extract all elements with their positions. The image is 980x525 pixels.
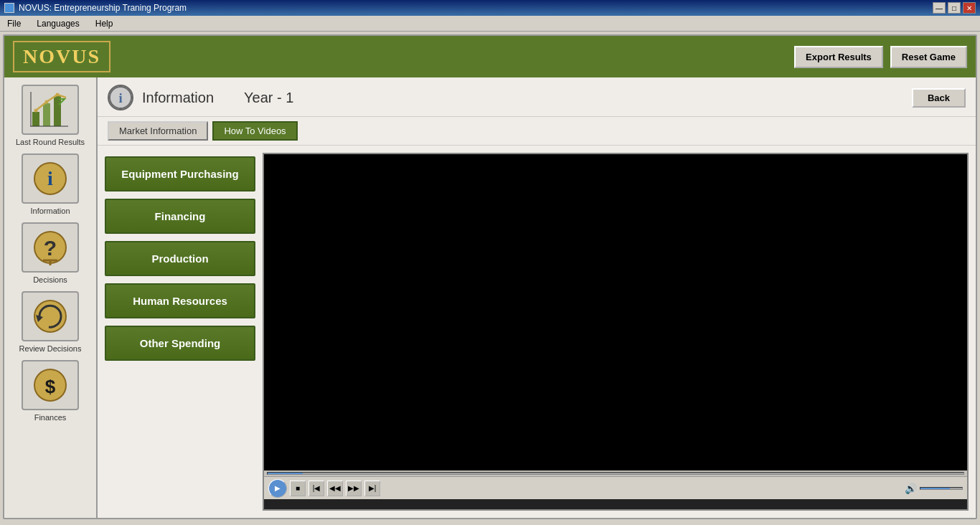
svg-rect-2 bbox=[54, 96, 61, 126]
fast-forward-button[interactable]: ▶▶ bbox=[346, 481, 362, 496]
sidebar-item-last-round[interactable]: Last Round Results bbox=[8, 85, 93, 146]
progress-fill bbox=[268, 473, 303, 474]
sidebar-label-last-round: Last Round Results bbox=[16, 138, 85, 146]
svg-text:i: i bbox=[47, 167, 53, 189]
tab-market-information[interactable]: Market Information bbox=[108, 121, 208, 141]
svg-point-5 bbox=[56, 93, 60, 96]
year-label: Year - 1 bbox=[244, 90, 293, 106]
info-header-icon: i bbox=[108, 85, 133, 110]
svg-rect-1 bbox=[43, 103, 50, 126]
sidebar-label-review-decisions: Review Decisions bbox=[19, 344, 82, 353]
svg-point-3 bbox=[34, 108, 38, 112]
decisions-icon: ? bbox=[22, 222, 79, 273]
novus-logo: NOVUS bbox=[13, 41, 110, 72]
volume-slider[interactable] bbox=[920, 487, 963, 490]
last-round-icon bbox=[22, 85, 79, 135]
title-bar: NOVUS: Entrepreneurship Traning Program … bbox=[0, 0, 980, 16]
info-circle-icon: i bbox=[109, 85, 132, 110]
sidebar-label-decisions: Decisions bbox=[33, 275, 67, 284]
finances-icon: $ bbox=[22, 360, 79, 410]
back-button[interactable]: Back bbox=[912, 88, 966, 108]
financing-button[interactable]: Financing bbox=[105, 199, 255, 234]
export-results-button[interactable]: Export Results bbox=[794, 46, 883, 68]
volume-fill bbox=[920, 488, 950, 489]
main-panel: i Information Year - 1 Back Market Infor… bbox=[98, 77, 976, 518]
title-bar-left: NOVUS: Entrepreneurship Traning Program bbox=[4, 3, 187, 13]
rewind-button[interactable]: ◀◀ bbox=[327, 481, 343, 496]
other-spending-button[interactable]: Other Spending bbox=[105, 326, 255, 361]
skip-to-start-button[interactable]: |◀ bbox=[308, 481, 324, 496]
sidebar-item-information[interactable]: i Information bbox=[8, 153, 93, 215]
menu-help[interactable]: Help bbox=[91, 17, 118, 30]
equipment-purchasing-button[interactable]: Equipment Purchasing bbox=[105, 156, 255, 191]
info-title-text: Information bbox=[142, 90, 214, 106]
volume-icon: 🔊 bbox=[905, 483, 917, 494]
stop-button[interactable]: ■ bbox=[290, 481, 306, 496]
svg-point-4 bbox=[45, 100, 49, 103]
information-svg: i bbox=[29, 159, 72, 199]
app-window: NOVUS Export Results Reset Game bbox=[3, 34, 977, 519]
information-icon: i bbox=[22, 153, 79, 204]
app-icon bbox=[4, 3, 14, 13]
sidebar-item-decisions[interactable]: ? Decisions bbox=[8, 222, 93, 284]
last-round-svg bbox=[29, 90, 72, 130]
sidebar-label-finances: Finances bbox=[34, 413, 67, 422]
video-bottom-bar bbox=[264, 499, 967, 509]
skip-to-end-button[interactable]: ▶| bbox=[364, 481, 380, 496]
review-decisions-icon bbox=[22, 291, 79, 341]
video-section: Equipment Purchasing Financing Productio… bbox=[98, 146, 976, 518]
tab-how-to-videos[interactable]: How To Videos bbox=[212, 121, 297, 141]
info-title-row: i Information Year - 1 bbox=[108, 85, 293, 110]
svg-text:$: $ bbox=[45, 376, 56, 397]
sidebar-item-review-decisions[interactable]: Review Decisions bbox=[8, 291, 93, 353]
svg-text:?: ? bbox=[44, 236, 57, 260]
play-button[interactable]: ▶ bbox=[268, 479, 287, 498]
volume-area: 🔊 bbox=[905, 483, 963, 494]
window-title: NOVUS: Entrepreneurship Traning Program bbox=[19, 3, 187, 13]
svg-rect-0 bbox=[32, 112, 39, 126]
menu-bar: File Languages Help bbox=[0, 16, 980, 32]
sidebar-label-information: Information bbox=[30, 207, 70, 215]
close-btn[interactable]: ✕ bbox=[963, 2, 976, 14]
video-screen bbox=[264, 154, 967, 470]
content-area: Last Round Results i Information ? bbox=[4, 77, 976, 518]
progress-track[interactable] bbox=[267, 472, 964, 475]
reset-game-button[interactable]: Reset Game bbox=[890, 46, 967, 68]
video-controls: ▶ ■ |◀ ◀◀ ▶▶ ▶| 🔊 bbox=[264, 476, 967, 499]
title-bar-controls[interactable]: — □ ✕ bbox=[933, 2, 976, 14]
menu-languages[interactable]: Languages bbox=[32, 17, 83, 30]
top-bar: NOVUS Export Results Reset Game bbox=[4, 36, 976, 77]
minimize-btn[interactable]: — bbox=[933, 2, 946, 14]
human-resources-button[interactable]: Human Resources bbox=[105, 283, 255, 318]
maximize-btn[interactable]: □ bbox=[948, 2, 961, 14]
review-decisions-svg bbox=[29, 297, 72, 336]
tab-bar: Market Information How To Videos bbox=[98, 117, 976, 146]
finances-svg: $ bbox=[29, 366, 72, 405]
sidebar-item-finances[interactable]: $ Finances bbox=[8, 360, 93, 422]
video-player: ▶ ■ |◀ ◀◀ ▶▶ ▶| 🔊 bbox=[263, 153, 969, 511]
video-progress-bar[interactable] bbox=[264, 470, 967, 476]
sidebar: Last Round Results i Information ? bbox=[4, 77, 98, 518]
menu-file[interactable]: File bbox=[3, 17, 25, 30]
decisions-svg: ? bbox=[29, 228, 72, 268]
video-buttons-panel: Equipment Purchasing Financing Productio… bbox=[105, 153, 255, 511]
svg-text:i: i bbox=[118, 90, 122, 105]
production-button[interactable]: Production bbox=[105, 241, 255, 276]
info-header: i Information Year - 1 Back bbox=[98, 77, 976, 117]
top-buttons: Export Results Reset Game bbox=[794, 46, 967, 68]
